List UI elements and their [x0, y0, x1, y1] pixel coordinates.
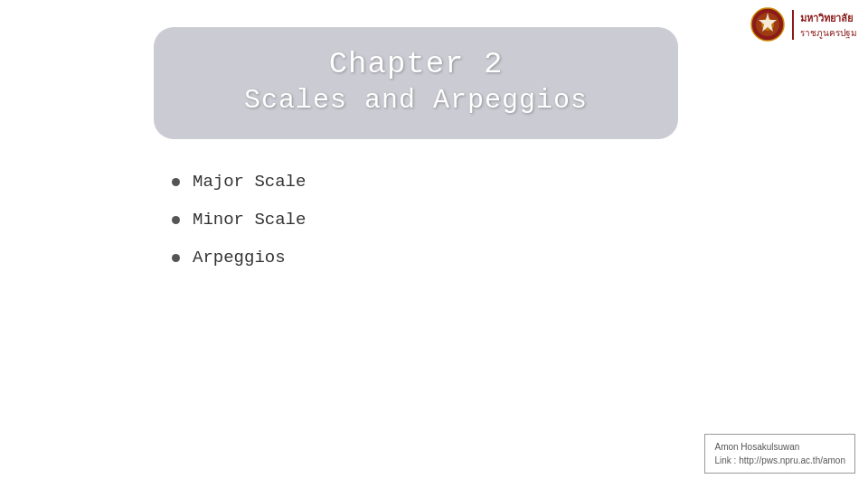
- list-item: Arpeggios: [172, 248, 306, 267]
- list-item: Major Scale: [172, 172, 306, 192]
- bullet-dot-icon: [172, 216, 180, 224]
- bullet-text: Major Scale: [193, 172, 306, 192]
- logo-line1: มหาวิทยาลัย: [800, 10, 857, 26]
- logo-line2: ราชภูนครปฐม: [800, 26, 857, 40]
- bullet-dot-icon: [172, 178, 180, 186]
- bullet-list: Major Scale Minor Scale Arpeggios: [172, 172, 306, 286]
- list-item: Minor Scale: [172, 210, 306, 230]
- chapter-subtitle: Scales and Arpeggios: [181, 85, 651, 116]
- university-logo-icon: [750, 7, 785, 42]
- chapter-title: Chapter 2: [181, 47, 651, 81]
- bullet-dot-icon: [172, 254, 180, 262]
- slide: มหาวิทยาลัย ราชภูนครปฐม Chapter 2 Scales…: [0, 0, 868, 488]
- logo-area: มหาวิทยาลัย ราชภูนครปฐม: [750, 7, 857, 42]
- logo-text: มหาวิทยาลัย ราชภูนครปฐม: [792, 10, 857, 40]
- bullet-text: Minor Scale: [193, 210, 306, 230]
- title-box: Chapter 2 Scales and Arpeggios: [154, 27, 678, 139]
- footer-info-box: Amon Hosakulsuwan Link : http://pws.npru…: [704, 434, 855, 474]
- footer-line2: Link : http://pws.npru.ac.th/amon: [714, 454, 845, 467]
- footer-line1: Amon Hosakulsuwan: [714, 440, 845, 454]
- bullet-text: Arpeggios: [193, 248, 286, 267]
